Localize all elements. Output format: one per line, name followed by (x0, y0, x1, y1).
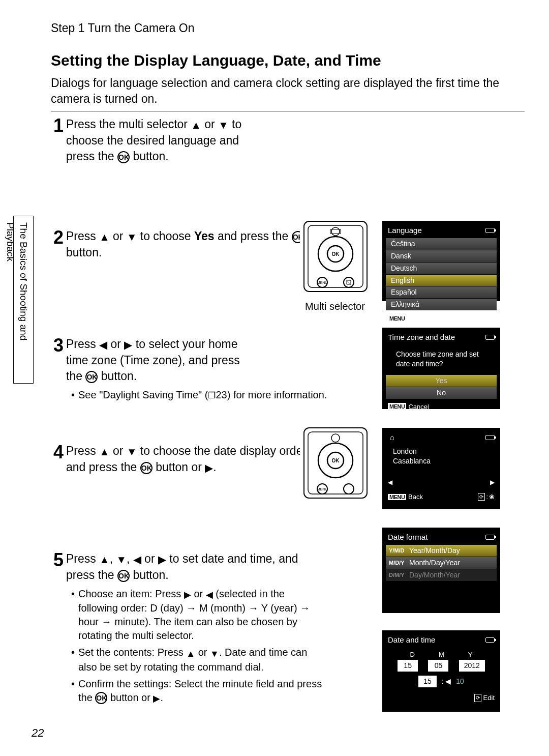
lcd2-message: Choose time zone and set date and time? (384, 344, 499, 374)
battery-icon (485, 435, 495, 440)
lcd5-val-y[interactable]: 2012 (459, 660, 485, 672)
left-arrow-icon (99, 337, 107, 353)
battery-icon (485, 637, 495, 643)
section-title: Setting the Display Language, Date, and … (51, 50, 525, 71)
lcd3-left-arrow[interactable]: ◀ (388, 478, 392, 486)
lcd5-edit: Edit (483, 693, 495, 703)
step-1-text: Press the multi selector or to choose th… (66, 117, 257, 165)
step-number-5: 5 (53, 548, 64, 573)
svg-text:MENU: MENU (317, 487, 328, 491)
lcd3-zone1: London (393, 447, 495, 456)
home-icon: ⌂ (390, 432, 394, 443)
lcd3-back: Back (408, 493, 423, 501)
up-arrow-icon (99, 444, 109, 459)
lcd4-row[interactable]: Y/M/DYear/Month/Day (386, 545, 497, 557)
lcd5-val-m[interactable]: 05 (428, 660, 448, 672)
side-tab: The Basics of Shooting and Playback (13, 216, 34, 384)
lcd-date-format: Date format Y/M/DYear/Month/DayM/D/YMont… (382, 528, 500, 613)
lcd2-cancel: Cancel (408, 402, 429, 412)
step-header: Step 1 Turn the Camera On (51, 20, 525, 36)
svg-point-15 (331, 434, 340, 442)
battery-icon (485, 335, 495, 340)
ok-button-icon: OK (95, 692, 107, 704)
lcd5-label-d: D (410, 650, 415, 659)
lcd5-val-d[interactable]: 15 (398, 660, 418, 672)
lcd3-zone2: Casablanca (393, 456, 495, 466)
lcd4-row[interactable]: D/M/YDay/Month/Year (386, 569, 497, 581)
lcd2-title: Time zone and date (388, 332, 455, 342)
left-arrow-icon (133, 551, 141, 567)
ok-button-icon: OK (140, 462, 152, 474)
down-arrow-icon (218, 117, 228, 133)
lcd3-right-arrow[interactable]: ▶ (490, 478, 495, 486)
lcd2-no[interactable]: No (386, 387, 497, 399)
battery-icon (485, 228, 495, 233)
lcd1-item[interactable]: Dansk (386, 250, 497, 262)
step-5-bullets: Choose an item: Press or (selected in th… (71, 587, 325, 705)
lcd5-label-y: Y (468, 650, 473, 659)
lcd1-item[interactable]: Deutsch (386, 263, 497, 274)
down-arrow-icon (127, 444, 137, 459)
svg-point-18 (344, 484, 354, 494)
camera-diagram-3: OK MENU (300, 425, 371, 501)
lcd1-title: Language (388, 225, 422, 236)
lcd5-title: Date and time (388, 635, 435, 645)
svg-text:OK: OK (332, 251, 340, 257)
ok-button-icon: OK (85, 371, 98, 383)
lcd-timezone: ⌂ London Casablanca ◀ ▶ MENU Back ⟳:❀ (382, 428, 500, 509)
lcd-date-time: Date and time D M Y 15 05 2012 15 : ◀ 10… (382, 630, 500, 712)
step-number-1: 1 (53, 113, 64, 138)
right-arrow-icon (124, 337, 132, 353)
up-arrow-icon (99, 551, 109, 567)
right-arrow-icon (153, 691, 160, 705)
step-number-3: 3 (53, 333, 64, 358)
lcd-timezone-confirm: Time zone and date Choose time zone and … (382, 328, 500, 409)
intro-text: Dialogs for language selection and camer… (51, 75, 525, 107)
lcd4-title: Date format (388, 532, 428, 542)
book-icon (208, 389, 216, 400)
right-arrow-icon (184, 588, 191, 601)
step-number-2: 2 (53, 225, 64, 250)
svg-text:MENU: MENU (317, 281, 328, 284)
down-arrow-icon (210, 647, 219, 660)
dst-icon: ⟳:❀ (478, 492, 495, 502)
up-arrow-icon (99, 229, 109, 245)
lcd1-item[interactable]: Ελληνικά (386, 299, 497, 310)
lcd5-minute[interactable]: 10 (456, 677, 464, 685)
lcd5-label-m: M (439, 650, 444, 659)
edit-icon: ⟳ (474, 694, 481, 702)
down-arrow-icon (116, 551, 126, 567)
menu-tag: MENU (388, 494, 406, 500)
step-5-text: Press , , or to set date and time, and p… (66, 551, 328, 583)
step-2-text: Press or to choose Yes and press the OK … (66, 228, 328, 260)
left-arrow-icon (206, 588, 213, 601)
ok-button-icon: OK (117, 570, 130, 582)
lcd1-item[interactable]: Español (386, 286, 497, 298)
lcd1-item[interactable]: Čeština (386, 238, 497, 250)
menu-tag: MENU (388, 403, 406, 411)
step-4-text: Press or to choose the date display orde… (66, 443, 328, 476)
battery-icon (485, 535, 495, 540)
camera-diagram-1: OK MENU (300, 218, 371, 295)
up-arrow-icon (186, 647, 195, 660)
right-arrow-icon (205, 460, 213, 476)
menu-tag: MENU (388, 315, 406, 323)
lcd5-hour[interactable]: 15 (418, 676, 437, 687)
lcd2-yes[interactable]: Yes (386, 375, 497, 387)
lcd-language: Language ČeštinaDanskDeutschEnglishEspañ… (382, 221, 500, 301)
lcd1-cancel: Cancel (408, 314, 429, 323)
lcd1-item[interactable]: English (386, 275, 497, 286)
diagram-1-caption: Multi selector (292, 300, 378, 313)
separator (51, 111, 525, 111)
down-arrow-icon (127, 229, 137, 245)
up-arrow-icon (191, 117, 201, 133)
ok-button-icon: OK (117, 151, 130, 163)
page-number: 22 (32, 725, 44, 741)
step-number-4: 4 (53, 440, 64, 465)
right-arrow-icon (158, 551, 166, 567)
step-3-text: Press or to select your home time zone (… (66, 336, 257, 385)
svg-point-5 (331, 227, 340, 236)
svg-text:OK: OK (332, 458, 340, 463)
lcd4-row[interactable]: M/D/YMonth/Day/Year (386, 557, 497, 569)
